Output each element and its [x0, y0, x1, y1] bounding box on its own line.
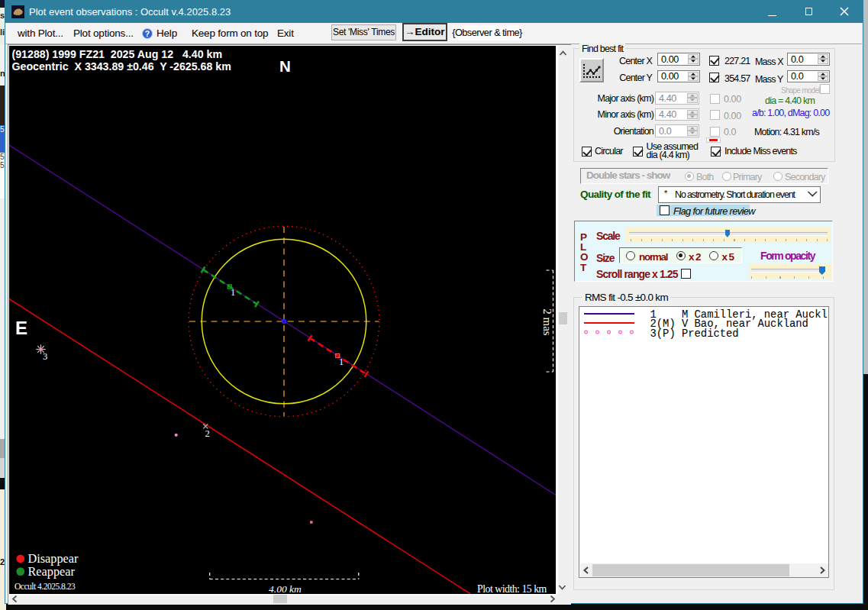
svg-text:N: N — [279, 57, 291, 75]
svg-text:Occult 4.2025.8.23: Occult 4.2025.8.23 — [15, 582, 76, 591]
svg-text:Reappear: Reappear — [28, 564, 76, 579]
svg-text:E: E — [15, 318, 27, 338]
svg-text:(91288) 1999 FZ21 2025 Aug 12: (91288) 1999 FZ21 2025 Aug 12 4.40 km — [12, 48, 223, 60]
svg-text:2: 2 — [205, 428, 210, 439]
svg-text:4.00 km: 4.00 km — [269, 583, 302, 595]
svg-text:Plot width: 15 km: Plot width: 15 km — [477, 583, 547, 594]
svg-text:2 mas: 2 mas — [541, 308, 553, 336]
svg-text:Geocentric X 3343.89 ±0.46 Y: Geocentric X 3343.89 ±0.46 Y -2625.68 km — [12, 60, 231, 73]
svg-text:3: 3 — [43, 351, 47, 362]
svg-text:1: 1 — [339, 357, 344, 367]
svg-text:1: 1 — [231, 287, 235, 298]
